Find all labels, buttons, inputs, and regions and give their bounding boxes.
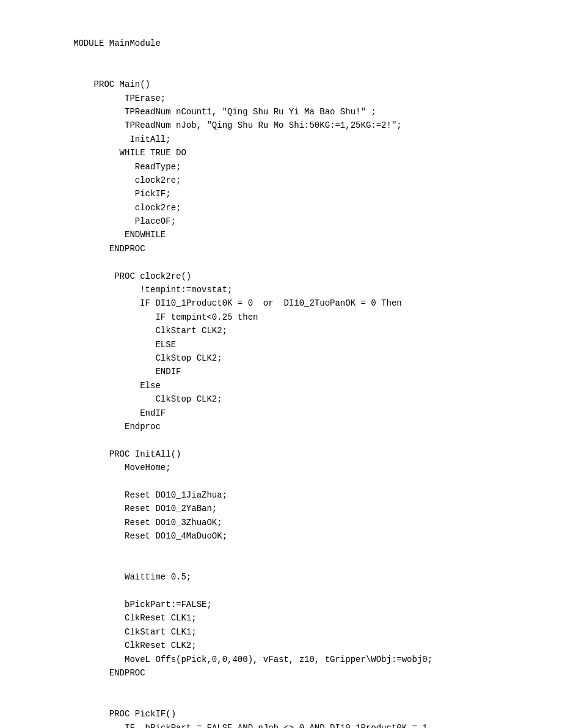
code-content: MODULE MainModule PROC Main() TPErase; T… [73,37,538,728]
